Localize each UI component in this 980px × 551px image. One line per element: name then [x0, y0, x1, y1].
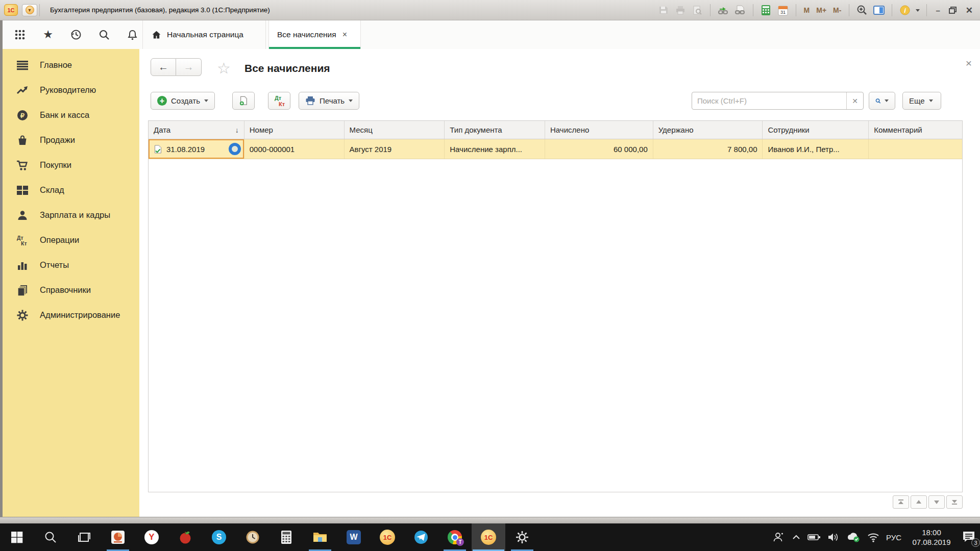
divider [926, 4, 927, 16]
cell-number[interactable]: 0000-000001 [244, 139, 345, 159]
battery-icon[interactable] [807, 533, 821, 542]
1c-icon: 1С [481, 530, 496, 545]
tab-home[interactable]: Начальная страница [142, 20, 266, 49]
memory-m-button[interactable]: M [803, 6, 811, 14]
copy-document-button[interactable] [232, 92, 255, 110]
taskbar-settings[interactable] [505, 523, 539, 551]
search-input[interactable] [692, 92, 846, 109]
tab-all-accruals[interactable]: Все начисления × [268, 20, 361, 49]
titlebar-toolbar: 31 M M+ M- i – ✕ [657, 0, 975, 20]
calendar-icon[interactable]: 31 [777, 4, 789, 16]
more-button[interactable]: Еще [902, 92, 941, 110]
sidebar-item-operations[interactable]: ДтКт Операции [3, 228, 139, 253]
taskbar-apple-app[interactable] [168, 523, 202, 551]
show-postings-button[interactable]: ДтКт [268, 92, 290, 110]
taskbar-chrome[interactable]: T [438, 523, 472, 551]
form-close-icon[interactable]: × [966, 57, 972, 69]
sections-menu-icon[interactable] [13, 28, 27, 41]
sidebar-item-directories[interactable]: Справочники [3, 278, 139, 303]
column-header-employees[interactable]: Сотрудники [763, 121, 869, 139]
close-button[interactable]: ✕ [964, 5, 975, 16]
tab-close-icon[interactable]: × [342, 30, 347, 39]
main-menu-button[interactable]: ▼ [22, 4, 37, 16]
chevron-down-icon[interactable] [916, 9, 920, 12]
advanced-search-button[interactable] [869, 92, 895, 110]
taskbar-skype[interactable]: S [202, 523, 236, 551]
sidebar-item-payroll-hr[interactable]: Зарплата и кадры [3, 203, 139, 228]
taskbar-1c[interactable]: 1С [371, 523, 404, 551]
people-icon[interactable] [772, 531, 785, 544]
scroll-to-top-button[interactable] [893, 495, 909, 509]
favorite-star-icon[interactable]: ☆ [217, 59, 231, 77]
go-to-link-icon[interactable] [717, 4, 729, 16]
sidebar-item-bank-cash[interactable]: ₽ Банк и касса [3, 103, 139, 128]
column-header-comment[interactable]: Комментарий [869, 121, 962, 139]
print-preview-icon[interactable] [691, 4, 703, 16]
minimize-button[interactable]: – [934, 6, 942, 15]
print-button[interactable]: Печать [299, 92, 359, 110]
memory-m-plus-button[interactable]: M+ [815, 6, 827, 14]
history-icon[interactable] [69, 28, 83, 41]
sidebar-item-warehouse[interactable]: Склад [3, 178, 139, 203]
taskbar-calculator[interactable] [270, 523, 303, 551]
forward-button[interactable]: → [176, 58, 202, 76]
cell-employees[interactable]: Иванов И.И., Петр... [763, 139, 869, 159]
start-button[interactable] [0, 523, 34, 551]
clear-search-icon[interactable]: ✕ [846, 92, 863, 109]
home-icon [151, 30, 162, 40]
column-header-date[interactable]: Дата ↓ [149, 121, 244, 139]
sidebar-item-manager[interactable]: Руководителю [3, 78, 139, 103]
sidebar-item-purchases[interactable]: Покупки [3, 153, 139, 178]
action-center-button[interactable]: 3 [962, 530, 977, 545]
save-icon[interactable] [657, 4, 670, 16]
column-header-month[interactable]: Месяц [345, 121, 445, 139]
taskbar-1c-active[interactable]: 1С [472, 523, 505, 551]
taskbar-powerpoint[interactable] [101, 523, 135, 551]
sidebar-item-sales[interactable]: Продажи [3, 128, 139, 153]
table-row[interactable]: 31.08.2019 0000-000001 Август 2019 Начис… [148, 139, 963, 159]
split-view-icon[interactable] [873, 4, 885, 16]
taskbar-clock-app[interactable] [236, 523, 270, 551]
column-header-doc-type[interactable]: Тип документа [445, 121, 545, 139]
list-toolbar: + Создать ДтКт Печать ✕ [139, 92, 980, 111]
hidden-icons-chevron[interactable] [792, 534, 801, 541]
search-icon[interactable] [97, 28, 111, 41]
cell-comment[interactable] [869, 139, 962, 159]
favorites-icon[interactable]: ★ [41, 28, 55, 41]
network-wifi-icon[interactable] [867, 532, 879, 542]
language-indicator[interactable]: РУС [886, 533, 901, 542]
cell-accrued[interactable]: 60 000,00 [545, 139, 653, 159]
scroll-down-button[interactable] [928, 495, 945, 509]
sidebar-item-administration[interactable]: Администрирование [3, 303, 139, 328]
calculator-icon[interactable] [760, 4, 772, 16]
create-button[interactable]: + Создать [151, 92, 215, 110]
taskbar-search-button[interactable] [34, 523, 67, 551]
cell-month[interactable]: Август 2019 [345, 139, 445, 159]
onedrive-cloud-icon[interactable] [846, 532, 861, 543]
restore-button[interactable] [947, 4, 959, 16]
zoom-in-icon[interactable] [856, 4, 868, 16]
scroll-to-bottom-button[interactable] [946, 495, 963, 509]
clock[interactable]: 18:00 07.08.2019 [908, 528, 955, 547]
cell-doc-type[interactable]: Начисление зарпл... [445, 139, 545, 159]
sidebar-item-reports[interactable]: Отчеты [3, 253, 139, 278]
task-view-button[interactable] [67, 523, 101, 551]
scroll-up-button[interactable] [911, 495, 927, 509]
volume-icon[interactable] [827, 532, 840, 542]
column-header-accrued[interactable]: Начислено [545, 121, 653, 139]
taskbar-file-explorer[interactable] [303, 523, 337, 551]
get-link-icon[interactable] [734, 4, 746, 16]
column-header-withheld[interactable]: Удержано [653, 121, 763, 139]
back-button[interactable]: ← [151, 58, 176, 76]
cell-withheld[interactable]: 7 800,00 [653, 139, 763, 159]
sidebar-item-main[interactable]: Главное [3, 53, 139, 78]
taskbar-telegram[interactable] [404, 523, 438, 551]
notifications-bell-icon[interactable] [126, 28, 139, 41]
taskbar-word[interactable]: W [337, 523, 371, 551]
taskbar-yandex[interactable]: Y [135, 523, 168, 551]
memory-m-minus-button[interactable]: M- [832, 6, 842, 14]
column-header-number[interactable]: Номер [244, 121, 345, 139]
info-icon[interactable]: i [899, 4, 911, 16]
cell-date-selected[interactable]: 31.08.2019 [149, 139, 244, 159]
print-icon[interactable] [674, 4, 687, 16]
